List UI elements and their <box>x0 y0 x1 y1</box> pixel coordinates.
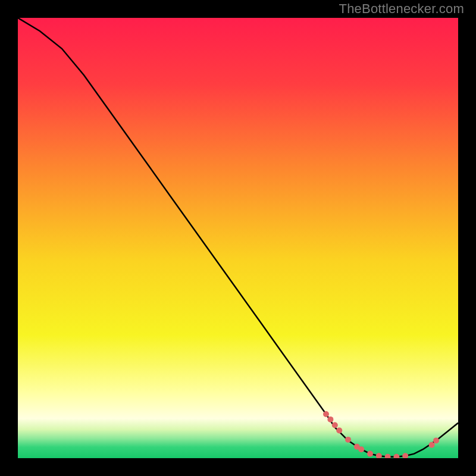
bottleneck-curve-chart <box>18 18 458 458</box>
chart-frame: TheBottlenecker.com <box>0 0 476 476</box>
gradient-background <box>18 18 458 458</box>
dot-marker <box>336 427 342 433</box>
dot-marker <box>345 437 351 443</box>
dot-marker <box>327 416 333 422</box>
dot-marker <box>332 422 338 428</box>
dot-marker <box>433 437 439 443</box>
dot-marker <box>367 451 373 457</box>
dot-marker <box>358 446 364 452</box>
watermark-text: TheBottlenecker.com <box>339 1 464 17</box>
dot-marker <box>429 442 435 448</box>
dot-marker <box>323 411 329 417</box>
